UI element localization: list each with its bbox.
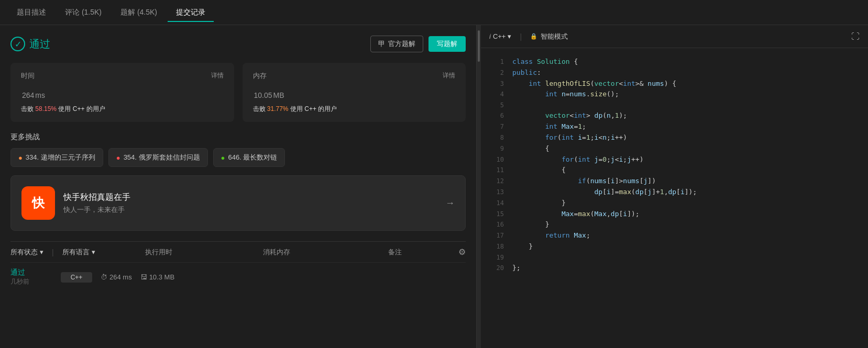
challenge-tag-0[interactable]: ● 334. 递增的三元子序列 (10, 148, 103, 167)
tab-description[interactable]: 题目描述 (8, 4, 54, 21)
dot-icon-0: ● (18, 154, 23, 162)
code-line-8: 8 for(int i=1;i<n;i++) (481, 132, 868, 143)
code-line-16: 16 } (481, 219, 868, 230)
ad-banner[interactable]: 快 快手秋招真题在手 快人一手，未来在手 → (10, 175, 466, 231)
code-line-3: 3 int lengthOfLIS(vector<int>& nums) { (481, 78, 868, 89)
code-area[interactable]: 1 class Solution { 2 public: 3 int lengt… (481, 48, 868, 348)
filter-bar: 所有状态 ▾ | 所有语言 ▾ 执行用时 消耗内存 备注 ⚙ (10, 241, 466, 262)
memory-desc: 击败 31.77% 使用 C++ 的用户 (253, 105, 456, 114)
memory-col-header: 消耗内存 (222, 248, 332, 257)
time-card: 时间 详情 264ms 击败 58.15% 使用 C++ 的用户 (10, 63, 234, 122)
settings-gear-button[interactable]: ⚙ (458, 247, 466, 257)
submission-memory: 🖫 10.3 MB (140, 273, 174, 281)
scroll-thumb[interactable] (478, 30, 480, 62)
editor-header-divider: | (520, 32, 522, 41)
time-value: 264ms (21, 85, 224, 102)
challenge-tag-2[interactable]: ● 646. 最长数对链 (213, 148, 285, 167)
dot-icon-2: ● (221, 154, 225, 162)
language-selector[interactable]: i C++ ▾ (489, 32, 511, 40)
main-layout: ✓ 通过 甲 官方题解 写题解 时间 详情 264ms (0, 25, 868, 348)
left-panel: ✓ 通过 甲 官方题解 写题解 时间 详情 264ms (0, 25, 477, 348)
fullscreen-icon[interactable]: ⛶ (851, 32, 860, 41)
filter-divider-1: | (52, 248, 54, 256)
code-line-9: 9 { (481, 143, 868, 154)
more-challenges-title: 更多挑战 (10, 132, 466, 142)
status-passed: ✓ 通过 (10, 37, 50, 51)
code-line-12: 12 if(nums[i]>nums[j]) (481, 176, 868, 187)
ai-mode-label: 智能模式 (541, 32, 568, 41)
memory-detail-link[interactable]: 详情 (443, 71, 455, 81)
chevron-down-icon: ▾ (40, 248, 43, 256)
memory-value: 10.05MB (253, 85, 456, 102)
code-line-4: 4 int n=nums.size(); (481, 89, 868, 100)
time-desc: 击败 58.15% 使用 C++ 的用户 (21, 105, 224, 114)
chevron-down-icon-editor: ▾ (508, 32, 511, 40)
stats-row: 时间 详情 264ms 击败 58.15% 使用 C++ 的用户 内存 详情 1… (10, 63, 466, 122)
code-line-17: 17 return Max; (481, 230, 868, 241)
more-challenges: 更多挑战 ● 334. 递增的三元子序列 ● 354. 俄罗斯套娃信封问题 ● … (10, 132, 466, 167)
official-solution-button[interactable]: 甲 官方题解 (370, 36, 423, 52)
state-filter[interactable]: 所有状态 ▾ (10, 248, 43, 257)
ad-logo: 快 (21, 186, 55, 220)
i-label: i (489, 32, 491, 40)
tab-bar: 题目描述 评论 (1.5K) 题解 (4.5K) 提交记录 (0, 0, 868, 25)
memory-title: 内存 详情 (253, 71, 456, 81)
ad-arrow: → (445, 198, 455, 209)
dot-icon-1: ● (116, 154, 120, 162)
code-editor-panel: i C++ ▾ | 🔒 智能模式 ⛶ 1 class Solution { 2 … (481, 25, 868, 348)
time-title: 时间 详情 (21, 71, 224, 81)
submission-exec-time: ⏱ 264 ms (101, 273, 132, 281)
time-detail-link[interactable]: 详情 (211, 71, 224, 81)
memory-card: 内存 详情 10.05MB 击败 31.77% 使用 C++ 的用户 (243, 63, 466, 122)
code-line-1: 1 class Solution { (481, 57, 868, 68)
ad-title: 快手秋招真题在手 (63, 192, 437, 203)
code-line-10: 10 for(int j=0;j<i;j++) (481, 154, 868, 165)
language-filter[interactable]: 所有语言 ▾ (62, 248, 95, 257)
submission-status[interactable]: 通过 (10, 268, 52, 277)
challenge-label-0: 334. 递增的三元子序列 (26, 153, 95, 162)
lock-icon: 🔒 (530, 33, 537, 40)
editor-language: C++ (493, 32, 506, 40)
code-line-14: 14 } (481, 198, 868, 209)
check-icon: ✓ (10, 37, 25, 51)
status-header: ✓ 通过 甲 官方题解 写题解 (10, 36, 466, 52)
code-line-2: 2 public: (481, 68, 868, 78)
code-line-15: 15 Max=max(Max,dp[i]); (481, 209, 868, 220)
official-icon: 甲 (378, 39, 385, 49)
status-text: 通过 (29, 37, 50, 51)
ad-subtitle: 快人一手，未来在手 (63, 205, 437, 215)
submission-time-ago: 几秒前 (10, 277, 52, 286)
editor-header: i C++ ▾ | 🔒 智能模式 ⛶ (481, 25, 868, 48)
ad-text: 快手秋招真题在手 快人一手，未来在手 (63, 192, 437, 215)
challenge-label-1: 354. 俄罗斯套娃信封问题 (124, 153, 200, 162)
clock-icon: ⏱ (101, 273, 107, 281)
tab-comments[interactable]: 评论 (1.5K) (57, 4, 110, 21)
header-buttons: 甲 官方题解 写题解 (370, 36, 466, 52)
chevron-down-icon-2: ▾ (92, 248, 95, 256)
memory-icon: 🖫 (140, 273, 147, 281)
time-col-header: 执行用时 (104, 248, 214, 257)
challenge-tags: ● 334. 递增的三元子序列 ● 354. 俄罗斯套娃信封问题 ● 646. … (10, 148, 466, 167)
code-line-18: 18 } (481, 241, 868, 252)
code-line-6: 6 vector<int> dp(n,1); (481, 110, 868, 121)
tab-solutions[interactable]: 题解 (4.5K) (112, 4, 166, 21)
submission-language: C++ (61, 272, 92, 283)
code-line-13: 13 dp[i]=max(dp[j]+1,dp[i]); (481, 187, 868, 198)
code-line-20: 20 }; (481, 263, 868, 274)
editor-actions: ⛶ (851, 32, 860, 41)
write-solution-button[interactable]: 写题解 (428, 36, 466, 52)
tab-submissions[interactable]: 提交记录 (168, 4, 214, 21)
ai-mode[interactable]: 🔒 智能模式 (530, 32, 568, 41)
code-line-7: 7 int Max=1; (481, 121, 868, 132)
code-line-19: 19 (481, 252, 868, 263)
challenge-label-2: 646. 最长数对链 (228, 153, 277, 162)
notes-col-header: 备注 (340, 248, 450, 257)
code-line-5: 5 (481, 100, 868, 110)
submission-row: 通过 几秒前 C++ ⏱ 264 ms 🖫 10.3 MB (10, 262, 466, 291)
code-line-11: 11 { (481, 165, 868, 176)
scroll-divider (477, 25, 481, 348)
challenge-tag-1[interactable]: ● 354. 俄罗斯套娃信封问题 (108, 148, 208, 167)
